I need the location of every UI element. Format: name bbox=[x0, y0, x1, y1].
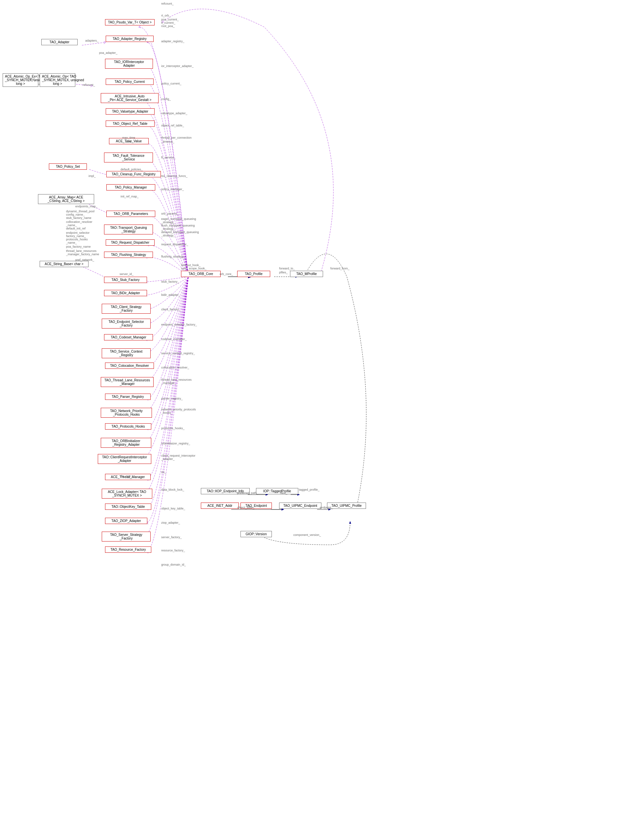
giop-version-node: GIOP::Version bbox=[241, 531, 272, 537]
label-client-request-interceptor: client_request_interceptor bbox=[161, 454, 195, 457]
label-name2: _name_ bbox=[66, 241, 77, 244]
tao-objectkey-table-node: TAO::ObjectKey_Table bbox=[105, 503, 151, 510]
tao-fault-tolerance-node: TAO_Fault_Tolerance_Service bbox=[104, 153, 153, 162]
ace-intrusive-auto-ptr-node: ACE_Intrusive_Auto_Ptr< ACE_Service_Gest… bbox=[101, 93, 159, 103]
tao-ior-interceptor-node: TAO_IORInterceptorAdapter bbox=[105, 59, 153, 69]
label-delayed-transport: delayed_transport_queueing bbox=[161, 230, 199, 234]
label-impl2: impl_ bbox=[29, 78, 36, 81]
label-codeset-manager: codeset_manager_ bbox=[161, 337, 186, 341]
label-flushing-strategy: flushing_strategy_ bbox=[161, 255, 185, 258]
label-default-init-ref: default_init_ref bbox=[66, 227, 86, 230]
label-flush-transport: flush_transport_queueing bbox=[161, 224, 195, 227]
tao-request-dispatcher-node: TAO_Request_Dispatcher bbox=[106, 239, 154, 246]
label-orb-params: orb_params_ bbox=[161, 212, 179, 215]
tao-orb-initializer-registry-node: TAO_ORBInitializer_Registry_Adapter bbox=[101, 438, 151, 448]
tao-flushing-strategy-node: TAO_Flushing_Strategy bbox=[104, 252, 153, 258]
label-hooks: _hooks_ bbox=[161, 411, 173, 414]
label-group-domain-id: group_domain_id_ bbox=[161, 563, 186, 566]
label-network-priority: network_priority_protocols bbox=[161, 408, 196, 411]
tao-stub-factory-node: TAO_Stub_Factory bbox=[104, 277, 147, 283]
label-rt-orb: rt_orb_ bbox=[161, 14, 171, 17]
label-collocation-resolver: collocation_resolver_ bbox=[161, 366, 189, 369]
label-object-key-table: object_key_table_ bbox=[161, 507, 185, 510]
tao-client-strategy-factory-node: TAO_Client_Strategy_Factory bbox=[102, 304, 151, 314]
label-ft-service: ft_service_ bbox=[161, 156, 176, 159]
label-refcount: refcount_ bbox=[161, 2, 174, 5]
tao-cleanup-func-registry-node: TAO_Cleanup_Func_Registry bbox=[106, 171, 161, 177]
tao-valuetype-adapter-node: TAO_Valuetype_Adapter bbox=[106, 108, 154, 115]
label-thread-per-connection: thread_per_connection bbox=[161, 136, 192, 139]
label-ziop-adapter: ziop_adapter_ bbox=[161, 521, 180, 524]
label-protocols-hooks: protocols_hooks_ bbox=[161, 427, 185, 430]
label-stub-factory: stub_factory_ bbox=[161, 280, 179, 283]
label-endpoint: endpoint_ bbox=[320, 506, 333, 509]
label-request-dispatcher: request_dispatcher_ bbox=[161, 243, 188, 246]
label-manager-factory-name: _manager_factory_name bbox=[66, 252, 99, 256]
ace-string-base-node: ACE_String_Base< char > bbox=[39, 261, 88, 267]
label-adapter-registry: adapter_registry_ bbox=[161, 39, 184, 43]
label-server-id: server_id_ bbox=[120, 272, 133, 276]
tao-ziop-adapter-node: TAO_ZIOP_Adapter bbox=[105, 518, 147, 524]
label-server-factory: server_factory_ bbox=[161, 536, 182, 539]
label-timeout: _timeout_ bbox=[161, 140, 174, 143]
ace-array-map-node: ACE_Array_Map< ACE_CString, ACE_CString … bbox=[38, 194, 94, 204]
ace-atomic-op-node: ACE_Atomic_Op< TAO_SYNCH_MUTEX, unsigned… bbox=[39, 73, 75, 87]
label-orbinit-registry: orbinitilaizer_registry_ bbox=[161, 442, 190, 445]
label-adapters: adapters_ bbox=[85, 39, 98, 42]
label-orb-core: orb_core_ bbox=[220, 272, 233, 276]
label-collocation-resolver-name: collocation_resolver bbox=[66, 220, 92, 224]
label-bidir-adapter: bidir_adapter_ bbox=[161, 293, 180, 296]
label-zero: zero bbox=[126, 140, 132, 143]
tao-uipmc-endpoint-node: TAO_UIPMC_Endpoint bbox=[279, 503, 321, 509]
tao-colocation-resolver-node: TAO_Colocation_Resolver bbox=[105, 363, 154, 369]
label-factory-name: factory_name_ bbox=[66, 234, 86, 238]
label-init-ref-map: init_ref_map_ bbox=[121, 195, 139, 198]
label-tss-cleanup-funcs: tss_cleanup_funcs_ bbox=[161, 174, 188, 178]
tao-bidir-adapter-node: TAO_BiDir_Adapter bbox=[104, 290, 147, 296]
label-adapter: _adapter_ bbox=[161, 457, 175, 461]
ace-lock-adapter-node: ACE_Lock_Adapter< TAO_SYNCH_MUTEX > bbox=[102, 489, 152, 499]
tao-object-ref-table-node: TAO_Object_Ref_Table bbox=[106, 121, 154, 127]
label-strategy3: _strategy_ bbox=[161, 234, 175, 237]
label-manager: _manager_ bbox=[161, 381, 176, 385]
tao-transport-queuing-node: TAO::Transport_Queuing_Strategy bbox=[104, 225, 153, 234]
tao-orb-core-node: TAO_ORB_Core bbox=[181, 271, 221, 277]
label-impl: impl_ bbox=[88, 174, 96, 178]
label-pfiles: pfiles_ bbox=[279, 271, 288, 274]
edges-svg bbox=[0, 0, 621, 840]
label-root-poa: root_poa_ bbox=[161, 24, 175, 28]
label-policy-manager: policy_manager_ bbox=[161, 187, 184, 191]
label-default-policies: default_policies_ bbox=[121, 168, 143, 171]
label-thread-lane-resources: thread_lane_resources bbox=[161, 378, 192, 381]
label-refcount2: refcount_ bbox=[83, 83, 95, 86]
tao-server-strategy-factory-node: TAO_Server_Strategy_Factory bbox=[102, 532, 151, 541]
tao-endpoint-selector-factory-node: TAO_Endpoint_Selector_Factory bbox=[102, 319, 151, 329]
label-client-factory: client_factory_ bbox=[161, 308, 180, 311]
label-object-ref-table: object_ref_table_ bbox=[161, 124, 184, 127]
label-poa-adapter: poa_adapter_ bbox=[99, 51, 118, 54]
label-config: config_ bbox=[161, 97, 171, 101]
tao-profile-node: TAO_Profile bbox=[237, 271, 270, 277]
tao-policy-manager-node: TAO_Policy_Manager bbox=[106, 184, 155, 190]
label-it-current: it_current_ bbox=[161, 21, 176, 24]
label-policy-current: policy_current_ bbox=[161, 82, 181, 85]
label-ior-interceptor-adapter: ior_interceptor_adapter_ bbox=[161, 64, 194, 68]
label-forward-from: forward_from_ bbox=[330, 267, 350, 270]
label-stub-factory-name: stub_factory_name bbox=[66, 216, 91, 219]
label-poa-current: poa_current_ bbox=[161, 18, 179, 21]
label-preferred-path: preferred_path_ bbox=[237, 491, 258, 495]
label-parser-registry: parser_registry_ bbox=[161, 397, 183, 400]
label-tm: tm_ bbox=[161, 470, 166, 474]
diagram-container: TAO_Adapter TAO_Psudo_Var_T< Object > TA… bbox=[0, 0, 621, 840]
label-dynamic-thread-pool: dynamic_thread_pool bbox=[66, 210, 94, 213]
tao-network-priority-node: TAO_Network_Priority_Protocols_Hooks bbox=[101, 408, 152, 418]
label-sync-scope-hook: sync_scope_hook_ bbox=[181, 267, 206, 270]
label-timeout-hook: timeout_hook_ bbox=[181, 263, 200, 267]
iop-tagged-profile-node: IOP::TaggedProfile bbox=[256, 488, 298, 494]
label-resource-factory: resource_factory_ bbox=[161, 549, 185, 552]
label-thread-lane-resources-factory: thread_lane_resources bbox=[66, 249, 97, 252]
label-poa-factory-name: poa_factory_name bbox=[66, 245, 91, 248]
tao-thread-lane-resources-manager-node: TAO_Thread_Lane_Resources_Manager bbox=[101, 377, 154, 387]
label-protocols-hooks-name: protocols_hooks bbox=[66, 238, 88, 241]
tao-parser-registry-node: TAO_Parser_Registry bbox=[105, 394, 151, 400]
